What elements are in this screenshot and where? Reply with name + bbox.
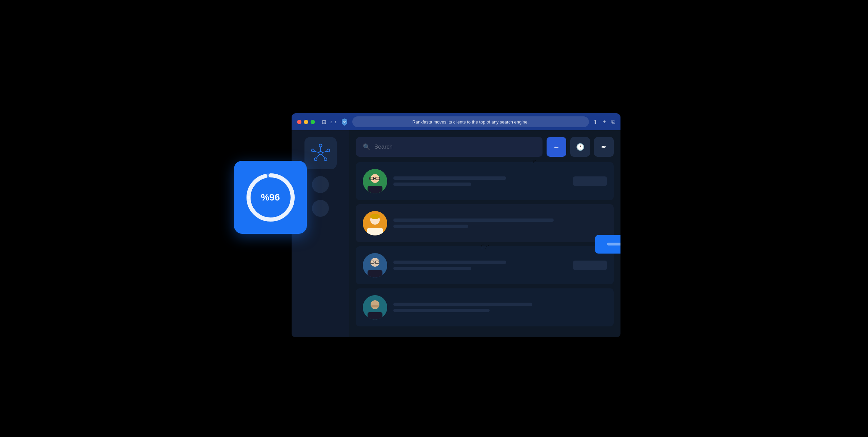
avatar <box>363 211 387 235</box>
skeleton-line <box>393 261 506 264</box>
svg-point-28 <box>371 300 379 309</box>
skeleton-line <box>393 303 532 306</box>
svg-rect-19 <box>367 228 383 235</box>
svg-rect-29 <box>368 312 382 320</box>
browser-window: ⊞ ‹ › Rankfasta moves its clients to the… <box>292 113 620 337</box>
feed-action-3[interactable] <box>573 261 607 270</box>
svg-rect-13 <box>368 186 382 193</box>
main-content-wrapper: 🔍 Search ← 🕐 ✒ <box>349 130 620 337</box>
search-bar[interactable]: 🔍 Search <box>356 137 542 157</box>
compose-button[interactable]: ✒ <box>594 137 614 157</box>
traffic-lights <box>297 120 315 124</box>
svg-point-2 <box>327 149 330 152</box>
logo-box <box>304 137 337 169</box>
url-text: Rankfasta moves its clients to the top o… <box>412 119 529 125</box>
shield-icon <box>341 118 348 126</box>
app-logo <box>310 142 332 164</box>
browser-titlebar: ⊞ ‹ › Rankfasta moves its clients to the… <box>292 113 620 130</box>
browser-body: 🔍 Search ← 🕐 ✒ <box>292 130 620 337</box>
search-icon: 🔍 <box>363 143 370 151</box>
search-row: 🔍 Search ← 🕐 ✒ <box>356 137 614 157</box>
maximize-button[interactable] <box>311 120 315 124</box>
svg-point-3 <box>324 158 327 160</box>
feed-item <box>356 246 614 284</box>
search-placeholder: Search <box>374 144 393 150</box>
progress-widget: %96 <box>234 161 307 234</box>
clock-icon: 🕐 <box>576 143 585 151</box>
svg-rect-30 <box>371 305 379 307</box>
back-nav-icon[interactable]: ‹ <box>330 119 332 125</box>
user-avatar-1 <box>363 169 387 193</box>
feed-item <box>356 288 614 326</box>
pen-icon: ✒ <box>601 143 607 151</box>
svg-rect-23 <box>368 270 382 278</box>
sidebar-dot-2 <box>312 200 329 217</box>
progress-label: %96 <box>261 192 280 203</box>
svg-line-10 <box>314 151 319 153</box>
back-arrow-icon: ← <box>553 143 560 151</box>
skeleton-line <box>393 225 468 228</box>
back-button[interactable]: ← <box>547 137 566 157</box>
feed-text-4 <box>393 303 607 312</box>
svg-line-8 <box>321 154 324 158</box>
copy-icon[interactable]: ⧉ <box>611 119 615 125</box>
share-icon[interactable]: ⬆ <box>593 119 597 125</box>
url-bar[interactable]: Rankfasta moves its clients to the top o… <box>352 116 589 127</box>
feed-items: ☞ <box>356 162 614 330</box>
add-tab-icon[interactable]: + <box>603 119 606 125</box>
sidebar-toggle-icon[interactable]: ⊞ <box>322 119 326 125</box>
svg-point-20 <box>370 214 380 219</box>
svg-line-9 <box>316 154 319 158</box>
feed-item <box>356 162 614 200</box>
history-button[interactable]: 🕐 <box>570 137 590 157</box>
button-content <box>607 243 620 246</box>
blue-action-button[interactable] <box>595 235 620 253</box>
skeleton-line <box>393 309 490 312</box>
user-avatar-3 <box>363 253 387 278</box>
browser-actions: ⬆ + ⧉ <box>593 119 615 125</box>
sidebar-dot-1 <box>312 176 329 193</box>
skeleton-line <box>393 176 506 180</box>
user-avatar-4 <box>363 295 387 320</box>
avatar <box>363 295 387 320</box>
progress-ring: %96 <box>243 170 298 225</box>
avatar <box>363 169 387 193</box>
main-content: 🔍 Search ← 🕐 ✒ <box>349 130 620 337</box>
close-button[interactable] <box>297 120 301 124</box>
feed-text-1 <box>393 176 567 186</box>
feed-action-1[interactable] <box>573 176 607 186</box>
svg-line-7 <box>322 151 327 153</box>
svg-point-4 <box>314 158 317 160</box>
feed-item-highlighted[interactable]: ☞ <box>356 204 614 242</box>
svg-point-5 <box>311 149 314 152</box>
skeleton-line <box>393 218 554 222</box>
user-avatar-2 <box>363 211 387 235</box>
minimize-button[interactable] <box>304 120 308 124</box>
feed-text-2 <box>393 218 607 228</box>
skeleton-line <box>393 183 471 186</box>
feed-text-3 <box>393 261 567 270</box>
forward-nav-icon[interactable]: › <box>335 119 336 125</box>
avatar <box>363 253 387 278</box>
skeleton-line <box>393 267 471 270</box>
svg-point-1 <box>319 144 322 147</box>
nav-arrows: ‹ › <box>330 119 337 125</box>
